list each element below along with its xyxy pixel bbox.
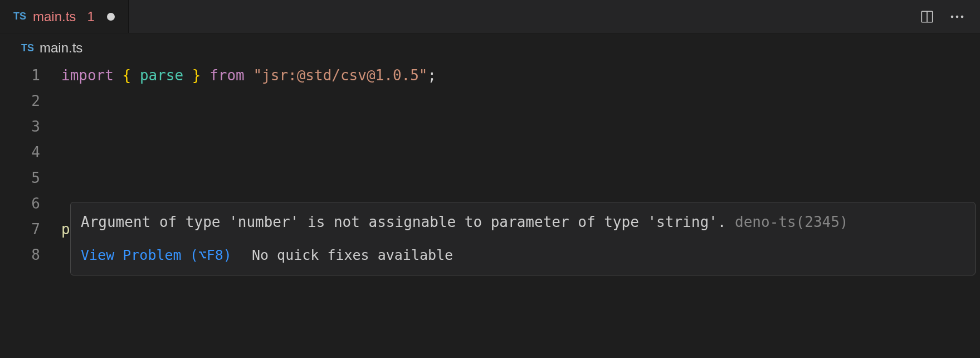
svg-point-2	[951, 15, 954, 18]
line-number: 6	[0, 191, 61, 216]
no-quick-fix-label: No quick fixes available	[252, 243, 453, 268]
svg-point-4	[961, 15, 964, 18]
breadcrumb[interactable]: TS main.ts	[0, 33, 980, 62]
line-number: 7	[0, 216, 61, 242]
svg-point-3	[956, 15, 959, 18]
view-problem-link[interactable]: View Problem (⌥F8)	[81, 243, 232, 268]
error-hover-widget: Argument of type 'number' is not assigna…	[70, 202, 976, 275]
line-number: 3	[0, 114, 61, 139]
line-number: 1	[0, 62, 61, 88]
split-editor-icon[interactable]	[920, 9, 934, 24]
tab-bar: TS main.ts 1	[0, 0, 980, 33]
typescript-icon: TS	[21, 42, 34, 54]
code-line[interactable]: import { parse } from "jsr:@std/csv@1.0.…	[61, 62, 436, 88]
code-editor[interactable]: 1 import { parse } from "jsr:@std/csv@1.…	[0, 62, 980, 268]
tab-error-count: 1	[87, 9, 94, 25]
line-number: 4	[0, 139, 61, 165]
typescript-icon: TS	[13, 11, 26, 22]
tab-actions	[904, 9, 980, 24]
breadcrumb-filename: main.ts	[40, 40, 82, 56]
more-actions-icon[interactable]	[950, 14, 964, 19]
tab-main-ts[interactable]: TS main.ts 1	[0, 0, 129, 33]
error-message: Argument of type 'number' is not assigna…	[81, 209, 965, 235]
line-number: 5	[0, 165, 61, 191]
error-source: deno-ts(2345)	[726, 214, 848, 230]
line-number: 2	[0, 88, 61, 114]
dirty-indicator-icon	[107, 13, 115, 21]
tab-filename: main.ts	[33, 9, 76, 25]
line-number: 8	[0, 242, 61, 268]
